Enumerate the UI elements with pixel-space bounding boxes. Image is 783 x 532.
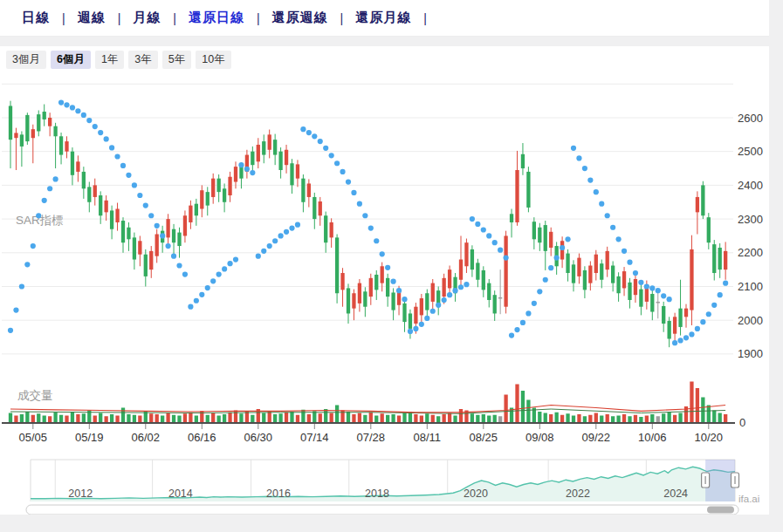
range-button-6m[interactable]: 6個月 <box>51 51 91 69</box>
nav-year-label: 2016 <box>266 488 291 500</box>
tab-separator: | <box>340 11 344 25</box>
chart-type-tabbar: 日線|週線|月線|還原日線|還原週線|還原月線| <box>0 0 769 37</box>
tab-weekly[interactable]: 週線 <box>78 10 106 26</box>
svg-text:09/22: 09/22 <box>582 431 611 444</box>
volume-ma-red-line <box>10 406 725 413</box>
scrollbar-thumb[interactable] <box>707 507 734 514</box>
svg-text:09/08: 09/08 <box>525 431 554 444</box>
tab-separator: | <box>423 11 427 25</box>
volume-bars-layer <box>9 382 727 423</box>
separator-band <box>0 37 769 46</box>
svg-text:2200: 2200 <box>738 246 763 259</box>
range-button-10y[interactable]: 10年 <box>196 51 230 69</box>
nav-year-label: 2020 <box>464 488 488 500</box>
svg-text:1900: 1900 <box>738 347 763 360</box>
volume-zero-label: 0 <box>739 416 745 429</box>
svg-text:08/25: 08/25 <box>470 431 498 444</box>
range-button-3m[interactable]: 3個月 <box>6 51 46 69</box>
candlestick-layer[interactable] <box>9 101 727 348</box>
svg-text:2400: 2400 <box>738 179 763 192</box>
tab-separator: | <box>173 11 176 25</box>
nav-year-label: 2012 <box>68 488 93 500</box>
nav-year-label: 2018 <box>365 488 389 500</box>
tab-monthly[interactable]: 月線 <box>133 10 161 26</box>
range-selector: 3個月6個月1年3年5年10年 <box>6 51 231 69</box>
svg-text:2100: 2100 <box>738 280 763 293</box>
svg-text:2000: 2000 <box>738 314 763 327</box>
range-button-5y[interactable]: 5年 <box>162 51 191 69</box>
price-chart-area[interactable]: 26002500240023002200210020001900SAR指標成交量… <box>0 46 769 515</box>
bottom-margin <box>0 515 769 532</box>
right-margin <box>769 0 783 532</box>
tab-adjusted-monthly[interactable]: 還原月線 <box>355 10 411 26</box>
nav-handle-left[interactable] <box>702 473 710 488</box>
watermark: ifa.ai <box>738 494 759 504</box>
range-button-1y[interactable]: 1年 <box>95 51 124 69</box>
y-axis-labels: 26002500240023002200210020001900 <box>738 112 763 361</box>
sar-dots-layer <box>8 99 728 345</box>
volume-label: 成交量 <box>17 389 53 402</box>
tab-separator: | <box>118 11 121 25</box>
nav-handle-right[interactable] <box>731 473 739 488</box>
svg-text:08/11: 08/11 <box>414 431 442 444</box>
nav-year-label: 2022 <box>566 488 590 500</box>
range-button-3y[interactable]: 3年 <box>128 51 157 69</box>
svg-text:2300: 2300 <box>738 213 763 226</box>
nav-year-label: 2014 <box>168 488 193 500</box>
svg-text:05/05: 05/05 <box>19 431 48 444</box>
tab-adjusted-weekly[interactable]: 還原週線 <box>272 10 328 26</box>
svg-text:2600: 2600 <box>738 112 763 125</box>
svg-text:10/06: 10/06 <box>638 431 667 444</box>
horizontal-scrollbar[interactable] <box>26 505 738 515</box>
tab-adjusted-daily[interactable]: 還原日線 <box>189 10 244 26</box>
scrollbar-track[interactable] <box>26 505 738 515</box>
timeline-navigator[interactable]: 2012201420162018202020222024 <box>31 460 739 501</box>
svg-text:07/28: 07/28 <box>357 431 386 444</box>
svg-text:06/16: 06/16 <box>188 431 216 444</box>
svg-text:10/20: 10/20 <box>695 431 724 444</box>
tab-separator: | <box>62 11 65 25</box>
svg-text:05/19: 05/19 <box>75 431 104 444</box>
nav-year-label: 2024 <box>663 488 688 500</box>
svg-text:07/14: 07/14 <box>300 431 329 444</box>
chart-panel: 3個月6個月1年3年5年10年 260025002400230022002100… <box>0 46 769 515</box>
svg-text:2500: 2500 <box>738 145 763 158</box>
tab-daily[interactable]: 日線 <box>22 10 50 26</box>
svg-text:06/30: 06/30 <box>244 431 273 444</box>
stock-chart-app: 日線|週線|月線|還原日線|還原週線|還原月線| 3個月6個月1年3年5年10年… <box>0 0 783 532</box>
x-axis: 05/0505/1906/0206/1606/3007/1407/2808/11… <box>19 424 724 444</box>
tab-separator: | <box>257 11 260 25</box>
svg-text:06/02: 06/02 <box>132 431 161 444</box>
